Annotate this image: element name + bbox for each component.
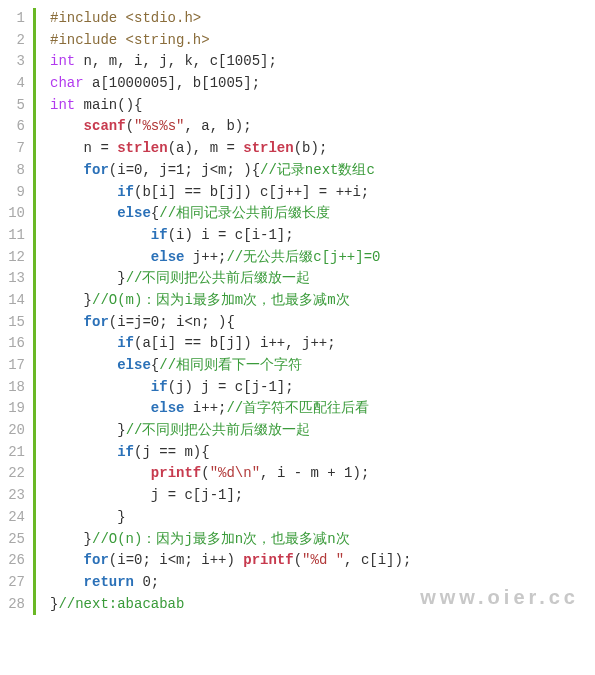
code-token: //不同则把公共前后缀放一起	[126, 270, 311, 286]
code-line: #include <string.h>	[50, 30, 595, 52]
code-token: {	[151, 205, 159, 221]
code-line: printf("%d\n", i - m + 1);	[50, 463, 595, 485]
code-token: strlen	[243, 140, 293, 156]
code-token: (	[201, 465, 209, 481]
line-number: 22	[0, 463, 25, 485]
code-token: i++;	[184, 400, 226, 416]
code-token: #include <string.h>	[50, 32, 210, 48]
code-line: int n, m, i, j, k, c[1005];	[50, 51, 595, 73]
code-token: "%d\n"	[210, 465, 260, 481]
code-token: "%s%s"	[134, 118, 184, 134]
line-number: 2	[0, 30, 25, 52]
code-line: if(a[i] == b[j]) i++, j++;	[50, 333, 595, 355]
code-line: for(i=j=0; i<n; ){	[50, 312, 595, 334]
code-line: if(i) i = c[i-1];	[50, 225, 595, 247]
line-number: 28	[0, 594, 25, 616]
code-line: for(i=0; i<m; i++) printf("%d ", c[i]);	[50, 550, 595, 572]
line-number: 21	[0, 442, 25, 464]
code-line: }//不同则把公共前后缀放一起	[50, 268, 595, 290]
code-token: (i=j=0; i<n; ){	[109, 314, 235, 330]
code-token: return	[84, 574, 134, 590]
code-token: //无公共后缀c[j++]=0	[226, 249, 380, 265]
code-token: scanf	[84, 118, 126, 134]
code-token: printf	[243, 552, 293, 568]
code-token: for	[84, 552, 109, 568]
code-token: for	[84, 314, 109, 330]
code-token: }	[84, 292, 92, 308]
line-number: 27	[0, 572, 25, 594]
code-token: //相同则看下一个字符	[159, 357, 302, 373]
code-token: else	[151, 400, 185, 416]
code-line: j = c[j-1];	[50, 485, 595, 507]
code-token: , a, b);	[184, 118, 251, 134]
code-token: strlen	[117, 140, 167, 156]
code-token: (i) i = c[i-1];	[168, 227, 294, 243]
code-token: else	[117, 205, 151, 221]
line-number: 14	[0, 290, 25, 312]
code-token: //O(n)：因为j最多加n次，也最多减n次	[92, 531, 350, 547]
code-token: int	[50, 53, 75, 69]
line-number: 6	[0, 116, 25, 138]
line-number: 4	[0, 73, 25, 95]
code-token: a[1000005], b[1005];	[84, 75, 260, 91]
line-number: 24	[0, 507, 25, 529]
code-token: if	[151, 227, 168, 243]
code-line: #include <stdio.h>	[50, 8, 595, 30]
code-token: }	[117, 422, 125, 438]
code-token: else	[117, 357, 151, 373]
line-number: 19	[0, 398, 25, 420]
code-line: if(j == m){	[50, 442, 595, 464]
code-token: //记录next数组c	[260, 162, 375, 178]
code-token: (i=0; i<m; i++)	[109, 552, 243, 568]
code-token: }	[117, 270, 125, 286]
code-line: if(b[i] == b[j]) c[j++] = ++i;	[50, 182, 595, 204]
code-token: (a), m =	[168, 140, 244, 156]
code-token: (i=0, j=1; j<m; ){	[109, 162, 260, 178]
code-line: int main(){	[50, 95, 595, 117]
line-number: 8	[0, 160, 25, 182]
code-line: else i++;//首字符不匹配往后看	[50, 398, 595, 420]
code-token: (j == m){	[134, 444, 210, 460]
code-token: int	[50, 97, 75, 113]
line-number: 18	[0, 377, 25, 399]
code-token: n, m, i, j, k, c[1005];	[75, 53, 277, 69]
line-number: 10	[0, 203, 25, 225]
line-number: 13	[0, 268, 25, 290]
code-line: }//O(n)：因为j最多加n次，也最多减n次	[50, 529, 595, 551]
code-token: for	[84, 162, 109, 178]
line-number: 16	[0, 333, 25, 355]
line-number: 17	[0, 355, 25, 377]
code-token: //O(m)：因为i最多加m次，也最多减m次	[92, 292, 350, 308]
line-number: 1	[0, 8, 25, 30]
code-token: else	[151, 249, 185, 265]
code-token: j = c[j-1];	[151, 487, 243, 503]
code-token: }	[84, 531, 92, 547]
code-line: for(i=0, j=1; j<m; ){//记录next数组c	[50, 160, 595, 182]
code-line: else{//相同记录公共前后缀长度	[50, 203, 595, 225]
code-line: }	[50, 507, 595, 529]
code-token: (b);	[294, 140, 328, 156]
code-token: //不同则把公共前后缀放一起	[126, 422, 311, 438]
line-number: 25	[0, 529, 25, 551]
code-token: "%d "	[302, 552, 344, 568]
code-token: main(){	[75, 97, 142, 113]
line-number: 7	[0, 138, 25, 160]
line-number-gutter: 1234567891011121314151617181920212223242…	[0, 8, 36, 615]
code-token: }	[117, 509, 125, 525]
code-line: }//不同则把公共前后缀放一起	[50, 420, 595, 442]
code-line: if(j) j = c[j-1];	[50, 377, 595, 399]
code-token: printf	[151, 465, 201, 481]
code-token: if	[117, 335, 134, 351]
code-token: (	[126, 118, 134, 134]
line-number: 3	[0, 51, 25, 73]
code-content: #include <stdio.h>#include <string.h>int…	[36, 8, 595, 615]
code-token: , c[i]);	[344, 552, 411, 568]
code-line: }//O(m)：因为i最多加m次，也最多减m次	[50, 290, 595, 312]
code-token: (j) j = c[j-1];	[168, 379, 294, 395]
code-token: if	[151, 379, 168, 395]
code-line: else j++;//无公共后缀c[j++]=0	[50, 247, 595, 269]
line-number: 12	[0, 247, 25, 269]
code-line: else{//相同则看下一个字符	[50, 355, 595, 377]
code-line: return 0;	[50, 572, 595, 594]
line-number: 15	[0, 312, 25, 334]
